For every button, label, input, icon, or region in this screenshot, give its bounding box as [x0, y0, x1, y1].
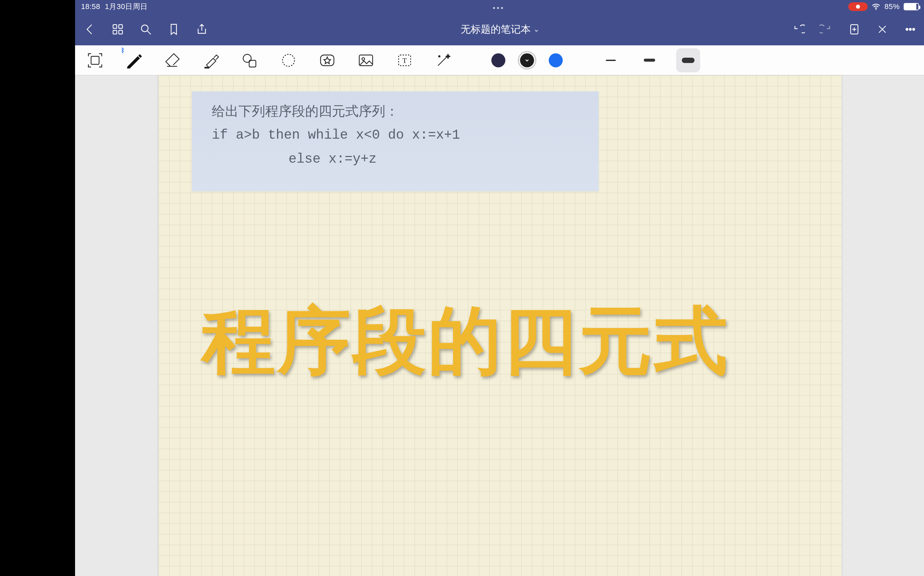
- color-swatch-black[interactable]: [520, 53, 534, 67]
- clock-text: 18:58: [81, 2, 100, 11]
- multitasking-handle-icon[interactable]: [492, 2, 504, 11]
- magic-tool[interactable]: [431, 48, 455, 72]
- svg-point-5: [141, 25, 148, 32]
- svg-rect-3: [113, 30, 117, 34]
- battery-percent-text: 85%: [884, 2, 900, 11]
- color-swatch-blue[interactable]: [549, 53, 563, 67]
- eraser-tool[interactable]: [160, 48, 184, 72]
- battery-icon: [904, 3, 919, 10]
- svg-point-12: [906, 28, 908, 30]
- notes-app: 18:58 1月30日周日 85%: [75, 0, 924, 576]
- scan-tool[interactable]: [83, 48, 107, 72]
- stroke-thin[interactable]: [599, 48, 623, 72]
- screen-recording-pill-icon[interactable]: [848, 2, 868, 11]
- svg-rect-15: [91, 56, 99, 64]
- document-viewport[interactable]: 给出下列程序段的四元式序列： if a>b then while x<0 do …: [75, 75, 924, 576]
- wifi-icon: [872, 3, 880, 10]
- svg-point-23: [362, 58, 364, 60]
- share-button[interactable]: [194, 21, 210, 37]
- drawing-toolbar: ᛒ T: [75, 45, 924, 75]
- document-title[interactable]: 无标题的笔记本: [460, 23, 531, 36]
- close-button[interactable]: [874, 21, 890, 37]
- date-text: 1月30日周日: [105, 2, 148, 12]
- highlighter-tool[interactable]: [199, 48, 223, 72]
- svg-rect-4: [119, 30, 122, 34]
- more-menu-button[interactable]: [902, 21, 918, 37]
- problem-line-1: 给出下列程序段的四元式序列：: [212, 99, 579, 123]
- star-stamp-tool[interactable]: [315, 48, 339, 72]
- svg-text:T: T: [402, 56, 407, 65]
- stroke-medium[interactable]: [637, 48, 661, 72]
- search-button[interactable]: [138, 21, 154, 37]
- text-tool[interactable]: T: [393, 48, 417, 72]
- page-heading: 程序段的四元式: [202, 292, 730, 391]
- lasso-tool[interactable]: [276, 48, 300, 72]
- shapes-tool[interactable]: [238, 48, 262, 72]
- svg-point-14: [913, 28, 914, 30]
- note-page[interactable]: 给出下列程序段的四元式序列： if a>b then while x<0 do …: [159, 75, 842, 576]
- app-title-bar: 无标题的笔记本 ⌄: [75, 13, 924, 45]
- image-tool[interactable]: [354, 48, 378, 72]
- grid-view-button[interactable]: [110, 21, 126, 37]
- title-dropdown-icon[interactable]: ⌄: [533, 25, 539, 34]
- pen-tool[interactable]: ᛒ: [122, 48, 146, 72]
- svg-point-18: [243, 54, 251, 62]
- color-swatch-navy[interactable]: [491, 53, 505, 67]
- undo-button[interactable]: [790, 21, 806, 37]
- stroke-thick[interactable]: [676, 48, 700, 72]
- bluetooth-connected-icon: ᛒ: [121, 47, 125, 54]
- problem-image[interactable]: 给出下列程序段的四元式序列： if a>b then while x<0 do …: [192, 91, 599, 191]
- svg-point-0: [876, 9, 877, 10]
- redo-button[interactable]: [818, 21, 834, 37]
- ios-status-bar: 18:58 1月30日周日 85%: [75, 0, 924, 13]
- problem-line-3: else x:=y+z: [212, 147, 579, 171]
- svg-rect-1: [113, 25, 117, 28]
- svg-point-20: [282, 54, 295, 66]
- bookmark-button[interactable]: [166, 21, 182, 37]
- problem-line-2: if a>b then while x<0 do x:=x+1: [212, 123, 579, 147]
- svg-line-6: [148, 31, 151, 34]
- back-button[interactable]: [82, 21, 98, 37]
- svg-point-26: [439, 56, 440, 57]
- svg-point-13: [909, 28, 911, 30]
- svg-rect-2: [119, 25, 122, 28]
- add-page-button[interactable]: [846, 21, 862, 37]
